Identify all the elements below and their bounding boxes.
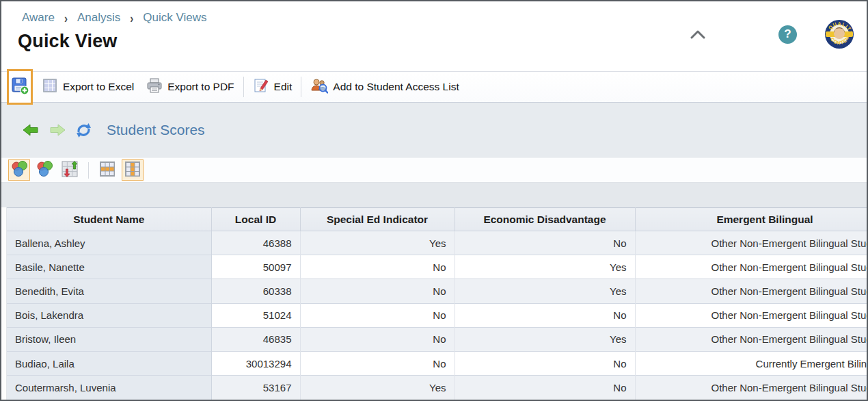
cell-student-name: Basile, Nanette	[7, 255, 211, 279]
cell-emergent-bilingual: Other Non-Emergent Bilingual Student	[635, 231, 867, 255]
help-icon[interactable]: ?	[778, 25, 797, 44]
table-left-gutter	[1, 207, 7, 400]
cell-economic-disadvantage: Yes	[455, 255, 635, 279]
cell-economic-disadvantage: No	[455, 231, 635, 255]
toolbar: Export to Excel Export to PDF	[1, 71, 867, 103]
cell-special-ed: No	[300, 255, 455, 279]
add-to-student-access-list-button[interactable]: Add to Student Access List	[304, 72, 465, 102]
cell-emergent-bilingual: Other Non-Emergent Bilingual Student	[635, 255, 867, 279]
student-scores-table: Student Name Local ID Special Ed Indicat…	[7, 207, 867, 400]
breadcrumb-item-quick-views[interactable]: Quick Views	[143, 11, 206, 25]
back-arrow-button[interactable]	[22, 122, 40, 138]
spacer-strip	[1, 183, 867, 207]
table-row[interactable]: Bristow, Ileen46835NoYesOther Non-Emerge…	[7, 327, 867, 351]
table-columns-icon	[124, 160, 141, 180]
column-header-student-name[interactable]: Student Name	[7, 208, 211, 231]
sort-arrows-icon	[61, 160, 79, 180]
cell-student-name: Coutermarsh, Luvenia	[7, 376, 211, 400]
table-area: Student Name Local ID Special Ed Indicat…	[1, 207, 867, 400]
cell-special-ed: No	[300, 303, 455, 327]
table-row[interactable]: Coutermarsh, Luvenia53167YesNoOther Non-…	[7, 376, 867, 400]
cell-local-id: 53167	[211, 376, 300, 400]
export-excel-label: Export to Excel	[63, 81, 134, 93]
cell-student-name: Ballena, Ashley	[7, 231, 211, 255]
cell-student-name: Bois, Lakendra	[7, 303, 211, 327]
table-row[interactable]: Budiao, Laila30013294NoNoCurrently Emerg…	[7, 352, 867, 376]
view-navigation: Student Scores	[1, 103, 867, 157]
cell-student-name: Bristow, Ileen	[7, 327, 211, 351]
table-row[interactable]: Basile, Nanette50097NoYesOther Non-Emerg…	[7, 255, 867, 279]
cell-special-ed: Yes	[300, 231, 455, 255]
apps-grid-icon[interactable]	[734, 26, 751, 43]
view-title: Student Scores	[107, 122, 205, 138]
content: Student Scores	[1, 103, 867, 400]
cell-economic-disadvantage: No	[455, 376, 635, 400]
edit-label: Edit	[274, 81, 293, 93]
cell-student-name: Benedith, Evita	[7, 279, 211, 303]
breadcrumb-item-aware[interactable]: Aware	[22, 11, 55, 25]
column-header-emergent-bilingual[interactable]: Emergent Bilingual	[635, 208, 867, 231]
export-pdf-button[interactable]: Export to PDF	[140, 72, 240, 102]
cell-special-ed: No	[300, 327, 455, 351]
chart-circles-button[interactable]	[33, 159, 55, 181]
export-pdf-label: Export to PDF	[167, 81, 234, 93]
excel-grid-icon	[42, 77, 58, 96]
chart-toolbar-separator	[88, 162, 89, 179]
cell-local-id: 46388	[211, 231, 300, 255]
save-button[interactable]	[7, 69, 33, 105]
collapse-chevron-icon[interactable]	[689, 28, 707, 40]
export-excel-button[interactable]: Export to Excel	[36, 72, 140, 102]
quick-view-screen: Aware › Analysis › Quick Views Quick Vie…	[0, 0, 868, 401]
cell-emergent-bilingual: Other Non-Emergent Bilingual Student	[635, 279, 867, 303]
cell-emergent-bilingual: Currently Emergent Bilingual	[635, 352, 867, 376]
cell-emergent-bilingual: Other Non-Emergent Bilingual Student	[635, 376, 867, 400]
table-rows-button[interactable]	[96, 159, 118, 181]
edit-pencil-icon	[253, 77, 269, 96]
cell-local-id: 30013294	[211, 352, 300, 376]
cell-economic-disadvantage: Yes	[455, 279, 635, 303]
column-header-local-id[interactable]: Local ID	[211, 208, 300, 231]
cell-local-id: 51024	[211, 303, 300, 327]
table-row[interactable]: Bois, Lakendra51024NoNoOther Non-Emergen…	[7, 303, 867, 327]
breadcrumb-separator-icon: ›	[64, 11, 68, 25]
cell-student-name: Budiao, Laila	[7, 352, 211, 376]
user-avatar[interactable]: QUALITY CONTENT	[824, 19, 854, 49]
cell-emergent-bilingual: Other Non-Emergent Bilingual Student	[635, 327, 867, 351]
toolbar-separator	[243, 77, 244, 97]
printer-icon	[146, 77, 163, 96]
toolbar-separator	[301, 77, 301, 97]
page-header: Aware › Analysis › Quick Views Quick Vie…	[1, 1, 867, 71]
table-columns-button-selected[interactable]	[122, 159, 144, 181]
cell-special-ed: No	[300, 279, 455, 303]
forward-arrow-button[interactable]	[49, 122, 66, 138]
table-row[interactable]: Benedith, Evita60338NoYesOther Non-Emerg…	[7, 279, 867, 303]
chart-circles-icon	[10, 160, 28, 180]
cell-local-id: 50097	[211, 255, 300, 279]
breadcrumb-item-analysis[interactable]: Analysis	[77, 11, 120, 25]
header-actions: ? QUALITY CONTENT	[689, 19, 854, 49]
chart-toolbar	[1, 157, 867, 183]
cell-economic-disadvantage: Yes	[455, 327, 635, 351]
cell-economic-disadvantage: No	[455, 352, 635, 376]
breadcrumb-separator-icon: ›	[130, 11, 133, 25]
chart-view-button-selected[interactable]	[8, 159, 30, 181]
table-rows-icon	[98, 160, 116, 180]
cell-economic-disadvantage: No	[455, 303, 635, 327]
save-floppy-icon	[11, 77, 29, 97]
cell-emergent-bilingual: Other Non-Emergent Bilingual Student	[635, 303, 867, 327]
cell-special-ed: No	[300, 352, 455, 376]
column-header-economic-disadvantage[interactable]: Economic Disadvantage	[455, 208, 635, 231]
column-header-special-ed[interactable]: Special Ed Indicator	[300, 208, 455, 231]
sort-grid-button[interactable]	[59, 159, 81, 181]
edit-button[interactable]: Edit	[247, 72, 299, 102]
table-row[interactable]: Ballena, Ashley46388YesNoOther Non-Emerg…	[7, 231, 867, 255]
table-header-row: Student Name Local ID Special Ed Indicat…	[7, 208, 867, 231]
refresh-icon[interactable]	[75, 122, 92, 139]
chart-circles-icon	[36, 160, 53, 180]
people-search-icon	[310, 77, 328, 96]
add-access-label: Add to Student Access List	[333, 81, 459, 93]
cell-local-id: 60338	[211, 279, 300, 303]
cell-local-id: 46835	[211, 327, 300, 351]
cell-special-ed: Yes	[300, 376, 455, 400]
